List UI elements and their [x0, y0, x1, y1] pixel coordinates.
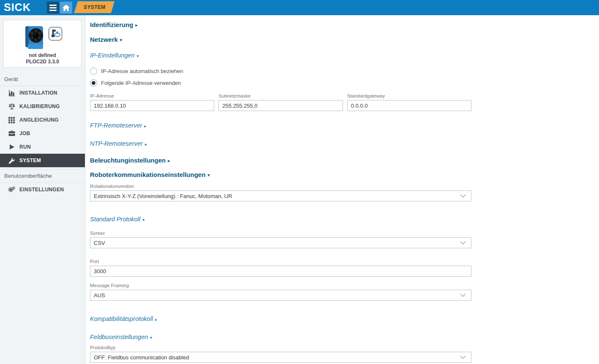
selected-value: CSV	[94, 240, 105, 246]
chevron-down-icon	[460, 356, 466, 359]
ip-address-label: IP-Adresse	[90, 93, 214, 98]
sidebar-item-angleichung[interactable]: ANGLEICHUNG	[0, 113, 85, 127]
radio-selected-icon	[90, 79, 97, 87]
section-label: Identifizierung	[90, 21, 133, 28]
robot-badge-icon	[48, 27, 63, 41]
top-bar: SICK SYSTEM	[0, 0, 599, 15]
chevron-down-icon	[460, 241, 466, 244]
sidebar-item-einstellungen[interactable]: EINSTELLUNGEN	[0, 183, 85, 196]
gears-icon	[8, 186, 15, 193]
section-header-feldbuseinstellungen[interactable]: Feldbuseinstellungen ▾	[90, 334, 471, 340]
main-content: Identifizierung ▸ Netzwerk ▾ IP-Einstell…	[86, 15, 599, 364]
sidebar-item-run[interactable]: RUN	[0, 140, 85, 154]
sidebar-item-label: SYSTEM	[19, 158, 41, 163]
section-label: Beleuchtunginstellungen	[90, 157, 166, 164]
chevron-down-icon	[460, 194, 466, 198]
sidebar-item-label: INSTALLATION	[19, 90, 57, 96]
chevron-down-icon: ▾	[142, 217, 144, 222]
chevron-right-icon: ▸	[155, 317, 157, 322]
subnet-mask-label: Subnetzmaske	[218, 93, 343, 98]
radio-label: Folgende IP-Adresse verwenden	[101, 80, 181, 86]
chevron-down-icon	[460, 293, 466, 297]
syntax-select[interactable]: CSV	[90, 237, 471, 248]
chevron-right-icon: ▸	[144, 124, 146, 128]
grid-icon	[8, 117, 15, 124]
chevron-down-icon: ▾	[120, 38, 122, 42]
chevron-down-icon: ▾	[207, 173, 210, 177]
section-label: Netzwerk	[90, 36, 118, 43]
sick-logo: SICK	[4, 1, 31, 14]
radio-label: IP-Adresse automatisch beziehen	[101, 68, 183, 74]
radio-ip-manual[interactable]: Folgende IP-Adresse verwenden	[90, 79, 471, 87]
sidebar: not defined PLOC2D 3.3.0 Gerät INSTALLAT…	[0, 15, 85, 364]
rotation-convention-label: Rotationskonvention	[90, 184, 471, 189]
section-header-ntp-remoteserver[interactable]: NTP-Remoteserver ▸	[90, 140, 471, 147]
briefcase-icon	[8, 130, 15, 137]
wrench-icon	[8, 157, 15, 164]
sidebar-item-installation[interactable]: INSTALLATION	[0, 86, 85, 100]
chevron-right-icon: ▸	[168, 158, 170, 163]
section-label: Standard Protokoll	[90, 216, 140, 223]
message-framing-select[interactable]: AUS	[90, 290, 471, 301]
home-icon	[63, 5, 70, 11]
chevron-down-icon: ▾	[150, 335, 152, 340]
port-label: Port	[90, 259, 471, 264]
section-header-standard-protokoll[interactable]: Standard Protokoll ▾	[90, 216, 471, 223]
selected-value: OFF: Fieldbus communication disabled	[94, 354, 189, 361]
chevron-right-icon: ▸	[145, 142, 147, 147]
section-label: Feldbuseinstellungen	[90, 334, 148, 340]
hamburger-icon	[49, 5, 57, 11]
section-label: Kompatibilitätsprotokoll	[90, 315, 153, 322]
section-header-ip-einstellungen[interactable]: IP-Einstellungen ▾	[90, 52, 471, 59]
gateway-label: Standardgateway	[347, 93, 471, 98]
syntax-label: Syntax	[90, 231, 471, 236]
section-label: NTP-Remoteserver	[90, 140, 143, 147]
sidebar-item-label: ANGLEICHUNG	[19, 117, 59, 123]
selected-value: Extrinsisch X-Y-Z (Voreinstellung) : Fan…	[94, 193, 232, 199]
ip-address-input[interactable]	[90, 100, 214, 111]
device-model: PLOC2D 3.3.0	[4, 59, 81, 65]
chevron-down-icon: ▾	[137, 54, 139, 58]
sidebar-item-label: EINSTELLUNGEN	[19, 187, 64, 193]
home-button[interactable]	[60, 2, 72, 14]
sidebar-item-system[interactable]: SYSTEM	[0, 154, 85, 167]
rotation-convention-select[interactable]: Extrinsisch X-Y-Z (Voreinstellung) : Fan…	[90, 190, 471, 201]
sidebar-section-geraet: Gerät	[0, 73, 85, 86]
play-icon	[8, 144, 15, 151]
sidebar-item-label: JOB	[19, 130, 30, 136]
section-header-roboterkommunikation[interactable]: Roboterkommunikationseinstellungen ▾	[90, 171, 471, 178]
radio-icon	[90, 68, 97, 75]
section-header-netzwerk[interactable]: Netzwerk ▾	[90, 36, 471, 43]
device-image	[4, 24, 81, 52]
chevron-right-icon: ▸	[136, 23, 138, 27]
message-framing-label: Message Framing	[90, 283, 471, 288]
section-label: IP-Einstellungen	[90, 52, 135, 59]
camera-device-icon	[23, 24, 46, 51]
section-header-beleuchtung[interactable]: Beleuchtunginstellungen ▸	[90, 157, 471, 164]
protocol-type-label: Protokolltyp	[90, 345, 471, 350]
selected-value: AUS	[94, 292, 105, 299]
device-card: not defined PLOC2D 3.3.0	[3, 20, 82, 68]
section-header-ftp-remoteserver[interactable]: FTP-Remoteserver ▸	[90, 122, 471, 129]
gateway-input[interactable]	[347, 100, 471, 111]
section-label: FTP-Remoteserver	[90, 122, 142, 129]
chart-bar-icon	[8, 90, 15, 97]
hamburger-menu-button[interactable]	[47, 2, 59, 14]
radio-ip-automatic[interactable]: IP-Adresse automatisch beziehen	[90, 67, 471, 75]
section-header-identifizierung[interactable]: Identifizierung ▸	[90, 21, 471, 28]
sidebar-item-label: KALIBRIERUNG	[19, 103, 60, 109]
protocol-type-select[interactable]: OFF: Fieldbus communication disabled	[90, 352, 471, 363]
scale-icon	[8, 103, 15, 110]
device-name: not defined	[4, 52, 81, 58]
sidebar-section-benutzeroberflaeche: Benutzeroberfläche	[0, 169, 85, 183]
sidebar-item-kalibrierung[interactable]: KALIBRIERUNG	[0, 100, 85, 113]
subnet-mask-input[interactable]	[218, 100, 343, 111]
tab-system[interactable]: SYSTEM	[75, 1, 114, 13]
sidebar-item-label: RUN	[19, 144, 31, 150]
section-label: Roboterkommunikationseinstellungen	[90, 171, 205, 178]
sidebar-item-job[interactable]: JOB	[0, 127, 85, 140]
tab-system-label: SYSTEM	[84, 4, 106, 10]
section-header-kompatibilitaetsprotokoll[interactable]: Kompatibilitätsprotokoll ▸	[90, 315, 471, 322]
port-input[interactable]	[90, 266, 471, 277]
